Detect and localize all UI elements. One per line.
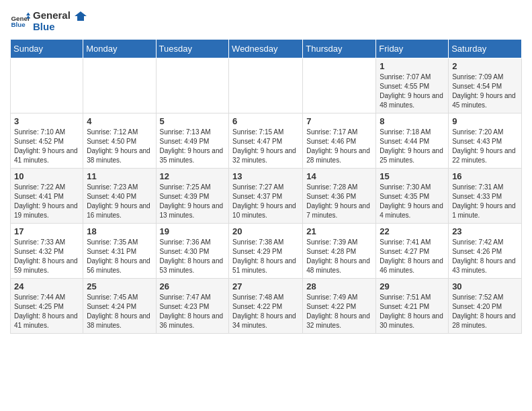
day-number: 8 bbox=[380, 116, 445, 126]
column-header-thursday: Thursday bbox=[303, 40, 376, 58]
day-cell: 2Sunrise: 7:09 AM Sunset: 4:54 PM Daylig… bbox=[449, 58, 522, 113]
day-number: 12 bbox=[160, 171, 226, 181]
column-header-saturday: Saturday bbox=[449, 40, 522, 58]
day-number: 1 bbox=[380, 61, 445, 71]
day-number: 25 bbox=[87, 281, 152, 291]
logo-blue: Blue bbox=[33, 21, 87, 33]
day-number: 7 bbox=[306, 116, 372, 126]
logo: General Blue General Blue bbox=[10, 10, 87, 32]
day-cell: 17Sunrise: 7:33 AM Sunset: 4:32 PM Dayli… bbox=[11, 224, 83, 279]
header: General Blue General Blue bbox=[10, 10, 522, 32]
day-number: 10 bbox=[14, 171, 79, 181]
week-row-1: 1Sunrise: 7:07 AM Sunset: 4:55 PM Daylig… bbox=[11, 58, 522, 113]
day-cell: 10Sunrise: 7:22 AM Sunset: 4:41 PM Dayli… bbox=[11, 169, 83, 224]
column-header-monday: Monday bbox=[83, 40, 156, 58]
day-number: 29 bbox=[380, 281, 445, 291]
day-info: Sunrise: 7:22 AM Sunset: 4:41 PM Dayligh… bbox=[14, 183, 79, 220]
day-cell: 30Sunrise: 7:52 AM Sunset: 4:20 PM Dayli… bbox=[449, 279, 522, 334]
day-info: Sunrise: 7:35 AM Sunset: 4:31 PM Dayligh… bbox=[87, 238, 152, 275]
day-number: 5 bbox=[160, 116, 226, 126]
day-info: Sunrise: 7:42 AM Sunset: 4:26 PM Dayligh… bbox=[452, 238, 518, 275]
logo-bird-icon bbox=[75, 11, 87, 21]
day-cell: 18Sunrise: 7:35 AM Sunset: 4:31 PM Dayli… bbox=[83, 224, 156, 279]
svg-text:Blue: Blue bbox=[11, 20, 26, 28]
day-number: 21 bbox=[306, 226, 372, 236]
day-cell: 11Sunrise: 7:23 AM Sunset: 4:40 PM Dayli… bbox=[83, 169, 156, 224]
day-info: Sunrise: 7:12 AM Sunset: 4:50 PM Dayligh… bbox=[87, 128, 152, 165]
header-row: SundayMondayTuesdayWednesdayThursdayFrid… bbox=[11, 40, 522, 58]
column-header-sunday: Sunday bbox=[11, 40, 83, 58]
day-info: Sunrise: 7:36 AM Sunset: 4:30 PM Dayligh… bbox=[160, 238, 226, 275]
day-info: Sunrise: 7:10 AM Sunset: 4:52 PM Dayligh… bbox=[14, 128, 79, 165]
day-number: 13 bbox=[232, 171, 299, 181]
day-cell: 22Sunrise: 7:41 AM Sunset: 4:27 PM Dayli… bbox=[376, 224, 449, 279]
day-info: Sunrise: 7:17 AM Sunset: 4:46 PM Dayligh… bbox=[306, 128, 372, 165]
day-info: Sunrise: 7:07 AM Sunset: 4:55 PM Dayligh… bbox=[380, 73, 445, 110]
day-cell: 21Sunrise: 7:39 AM Sunset: 4:28 PM Dayli… bbox=[303, 224, 376, 279]
day-cell: 12Sunrise: 7:25 AM Sunset: 4:39 PM Dayli… bbox=[156, 169, 229, 224]
week-row-2: 3Sunrise: 7:10 AM Sunset: 4:52 PM Daylig… bbox=[11, 113, 522, 169]
day-info: Sunrise: 7:47 AM Sunset: 4:23 PM Dayligh… bbox=[160, 293, 226, 330]
day-cell: 19Sunrise: 7:36 AM Sunset: 4:30 PM Dayli… bbox=[156, 224, 229, 279]
day-info: Sunrise: 7:51 AM Sunset: 4:21 PM Dayligh… bbox=[380, 293, 445, 330]
day-cell: 15Sunrise: 7:30 AM Sunset: 4:35 PM Dayli… bbox=[376, 169, 449, 224]
day-cell: 6Sunrise: 7:15 AM Sunset: 4:47 PM Daylig… bbox=[229, 113, 303, 169]
day-number: 20 bbox=[232, 226, 299, 236]
day-number: 2 bbox=[452, 61, 518, 71]
day-info: Sunrise: 7:31 AM Sunset: 4:33 PM Dayligh… bbox=[452, 183, 518, 220]
day-number: 4 bbox=[87, 116, 152, 126]
day-cell: 28Sunrise: 7:49 AM Sunset: 4:22 PM Dayli… bbox=[303, 279, 376, 334]
day-info: Sunrise: 7:52 AM Sunset: 4:20 PM Dayligh… bbox=[452, 293, 518, 330]
svg-marker-2 bbox=[26, 12, 30, 15]
day-number: 28 bbox=[306, 281, 372, 291]
day-number: 26 bbox=[160, 281, 226, 291]
day-info: Sunrise: 7:30 AM Sunset: 4:35 PM Dayligh… bbox=[380, 183, 445, 220]
day-cell: 8Sunrise: 7:18 AM Sunset: 4:44 PM Daylig… bbox=[376, 113, 449, 169]
day-info: Sunrise: 7:15 AM Sunset: 4:47 PM Dayligh… bbox=[232, 128, 299, 165]
day-cell: 25Sunrise: 7:45 AM Sunset: 4:24 PM Dayli… bbox=[83, 279, 156, 334]
calendar-table: SundayMondayTuesdayWednesdayThursdayFrid… bbox=[10, 39, 522, 334]
day-cell bbox=[229, 58, 303, 113]
day-number: 19 bbox=[160, 226, 226, 236]
day-cell: 14Sunrise: 7:28 AM Sunset: 4:36 PM Dayli… bbox=[303, 169, 376, 224]
day-info: Sunrise: 7:09 AM Sunset: 4:54 PM Dayligh… bbox=[452, 73, 518, 110]
column-header-tuesday: Tuesday bbox=[156, 40, 229, 58]
day-info: Sunrise: 7:25 AM Sunset: 4:39 PM Dayligh… bbox=[160, 183, 226, 220]
day-cell bbox=[83, 58, 156, 113]
calendar-body: 1Sunrise: 7:07 AM Sunset: 4:55 PM Daylig… bbox=[11, 58, 522, 334]
day-cell: 29Sunrise: 7:51 AM Sunset: 4:21 PM Dayli… bbox=[376, 279, 449, 334]
day-info: Sunrise: 7:48 AM Sunset: 4:22 PM Dayligh… bbox=[232, 293, 299, 330]
day-cell: 1Sunrise: 7:07 AM Sunset: 4:55 PM Daylig… bbox=[376, 58, 449, 113]
day-info: Sunrise: 7:33 AM Sunset: 4:32 PM Dayligh… bbox=[14, 238, 79, 275]
day-cell: 27Sunrise: 7:48 AM Sunset: 4:22 PM Dayli… bbox=[229, 279, 303, 334]
day-number: 17 bbox=[14, 226, 79, 236]
day-info: Sunrise: 7:49 AM Sunset: 4:22 PM Dayligh… bbox=[306, 293, 372, 330]
day-info: Sunrise: 7:20 AM Sunset: 4:43 PM Dayligh… bbox=[452, 128, 518, 165]
week-row-3: 10Sunrise: 7:22 AM Sunset: 4:41 PM Dayli… bbox=[11, 169, 522, 224]
day-number: 14 bbox=[306, 171, 372, 181]
day-info: Sunrise: 7:41 AM Sunset: 4:27 PM Dayligh… bbox=[380, 238, 445, 275]
day-info: Sunrise: 7:45 AM Sunset: 4:24 PM Dayligh… bbox=[87, 293, 152, 330]
day-cell: 3Sunrise: 7:10 AM Sunset: 4:52 PM Daylig… bbox=[11, 113, 83, 169]
week-row-4: 17Sunrise: 7:33 AM Sunset: 4:32 PM Dayli… bbox=[11, 224, 522, 279]
day-number: 22 bbox=[380, 226, 445, 236]
day-number: 24 bbox=[14, 281, 79, 291]
day-cell: 23Sunrise: 7:42 AM Sunset: 4:26 PM Dayli… bbox=[449, 224, 522, 279]
day-cell: 4Sunrise: 7:12 AM Sunset: 4:50 PM Daylig… bbox=[83, 113, 156, 169]
day-info: Sunrise: 7:28 AM Sunset: 4:36 PM Dayligh… bbox=[306, 183, 372, 220]
day-number: 6 bbox=[232, 116, 299, 126]
day-cell bbox=[156, 58, 229, 113]
day-cell bbox=[11, 58, 83, 113]
day-number: 9 bbox=[452, 116, 518, 126]
page: General Blue General Blue Sund bbox=[0, 0, 532, 344]
day-info: Sunrise: 7:13 AM Sunset: 4:49 PM Dayligh… bbox=[160, 128, 226, 165]
column-header-wednesday: Wednesday bbox=[229, 40, 303, 58]
day-info: Sunrise: 7:23 AM Sunset: 4:40 PM Dayligh… bbox=[87, 183, 152, 220]
day-number: 16 bbox=[452, 171, 518, 181]
day-cell: 16Sunrise: 7:31 AM Sunset: 4:33 PM Dayli… bbox=[449, 169, 522, 224]
logo-general: General bbox=[33, 10, 87, 21]
day-info: Sunrise: 7:38 AM Sunset: 4:29 PM Dayligh… bbox=[232, 238, 299, 275]
day-cell: 20Sunrise: 7:38 AM Sunset: 4:29 PM Dayli… bbox=[229, 224, 303, 279]
day-number: 30 bbox=[452, 281, 518, 291]
day-cell: 5Sunrise: 7:13 AM Sunset: 4:49 PM Daylig… bbox=[156, 113, 229, 169]
